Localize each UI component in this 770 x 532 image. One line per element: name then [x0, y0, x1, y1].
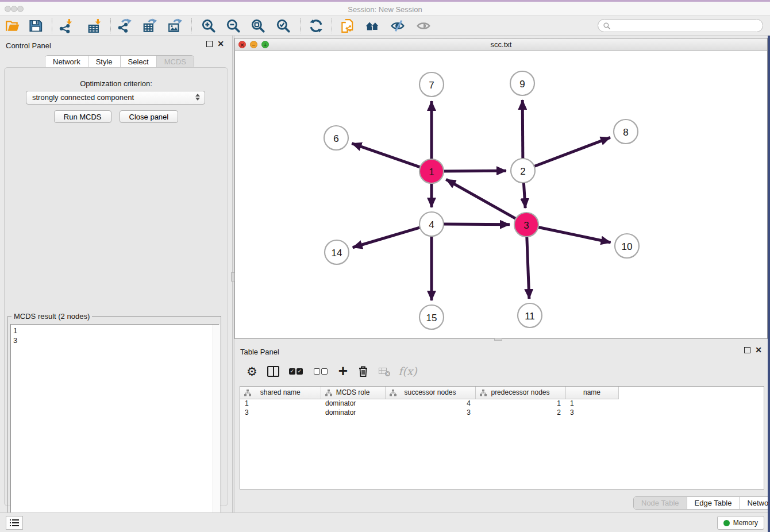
- graph-edge-1-2[interactable]: [442, 171, 506, 171]
- control-panel-float-icon[interactable]: [206, 41, 213, 47]
- graph-node-label-7: 7: [429, 80, 434, 91]
- graph-node-label-15: 15: [426, 313, 437, 323]
- apply-layout-icon[interactable]: [309, 18, 324, 33]
- toolbar-separator: [110, 18, 111, 33]
- app-titlebar: Session: New Session: [0, 2, 770, 16]
- table-options-icon[interactable]: ⚙: [247, 365, 257, 377]
- import-table-icon[interactable]: [87, 18, 102, 33]
- control-panel: Control Panel ✕ Network Style Select MCD…: [0, 36, 232, 512]
- table-panel: Table Panel ✕ ⚙ ✓✓ + ✕ f(x) shared name …: [234, 342, 768, 511]
- graph-node-label-11: 11: [525, 311, 535, 322]
- task-history-button[interactable]: [6, 516, 23, 530]
- mcds-result-title: MCDS result (2 nodes): [11, 312, 92, 321]
- app-title: Session: New Session: [0, 5, 770, 14]
- graph-node-label-8: 8: [623, 127, 628, 138]
- column-header-successor-nodes[interactable]: successor nodes: [385, 387, 475, 399]
- tab-node-table[interactable]: Node Table: [634, 497, 687, 509]
- export-table-icon[interactable]: [143, 18, 157, 33]
- zoom-fit-icon[interactable]: [251, 18, 265, 33]
- tab-mcds[interactable]: MCDS: [157, 56, 194, 68]
- table-panel-float-icon[interactable]: [744, 347, 750, 353]
- network-view-window: ✕ − + scc.txt 7968124314101511: [234, 38, 768, 339]
- memory-status-icon: [723, 520, 730, 526]
- status-bar: Memory: [0, 512, 770, 532]
- deselect-all-icon[interactable]: [314, 368, 329, 375]
- list-icon: [10, 519, 19, 527]
- graph-edge-3-10[interactable]: [537, 227, 611, 242]
- graph-edge-4-14[interactable]: [353, 227, 421, 247]
- select-all-icon[interactable]: ✓✓: [289, 368, 304, 375]
- table-panel-title: Table Panel: [240, 348, 279, 356]
- zoom-selected-icon[interactable]: [276, 18, 291, 33]
- graph-node-label-10: 10: [622, 241, 633, 252]
- tab-style[interactable]: Style: [88, 56, 121, 68]
- column-header-name[interactable]: name: [565, 387, 618, 399]
- network-window-titlebar[interactable]: ✕ − + scc.txt: [235, 38, 767, 51]
- column-type-icon: [244, 390, 251, 398]
- function-builder-icon-disabled: f(x): [398, 365, 417, 377]
- export-network-icon[interactable]: [118, 18, 133, 33]
- graph-node-label-6: 6: [333, 133, 338, 144]
- table-row[interactable]: 1 dominator 4 1 1: [240, 399, 618, 408]
- clone-network-icon[interactable]: [340, 18, 355, 33]
- import-network-icon[interactable]: [59, 18, 74, 33]
- result-scrollbar[interactable]: [213, 325, 220, 531]
- chevron-up-down-icon: [195, 94, 200, 101]
- graph-edge-1-6[interactable]: [352, 144, 421, 168]
- column-header-predecessor-nodes[interactable]: predecessor nodes: [475, 387, 565, 399]
- tab-edge-table[interactable]: Edge Table: [687, 497, 740, 509]
- control-panel-title: Control Panel: [6, 41, 51, 50]
- close-panel-button[interactable]: Close panel: [120, 110, 179, 123]
- home-icon[interactable]: [365, 18, 380, 33]
- control-panel-tabs: Network Style Select MCDS: [45, 55, 194, 68]
- network-graph[interactable]: 7968124314101511: [235, 51, 767, 338]
- dropdown-selected-value: strongly connected component: [32, 93, 134, 102]
- tab-network[interactable]: Network: [45, 56, 88, 68]
- graph-edge-3-1[interactable]: [446, 179, 517, 219]
- run-mcds-button[interactable]: Run MCDS: [54, 110, 111, 123]
- graph-node-label-4: 4: [429, 219, 434, 230]
- control-panel-close-icon[interactable]: ✕: [217, 41, 224, 47]
- hide-selected-icon[interactable]: [390, 18, 405, 33]
- column-header-shared-name[interactable]: shared name: [240, 387, 321, 399]
- memory-label: Memory: [733, 519, 758, 527]
- column-type-icon: [325, 390, 332, 398]
- tab-network-table[interactable]: Network Table: [740, 497, 770, 509]
- search-input[interactable]: [613, 22, 763, 30]
- tab-select[interactable]: Select: [121, 56, 157, 68]
- graph-node-label-14: 14: [332, 248, 342, 259]
- export-image-icon[interactable]: [168, 18, 183, 33]
- table-row[interactable]: 3 dominator 3 2 3: [240, 408, 618, 417]
- zoom-in-icon[interactable]: [201, 18, 216, 33]
- mcds-tab-panel: Optimization criterion: strongly connect…: [4, 67, 228, 506]
- table-panel-close-icon[interactable]: ✕: [755, 347, 762, 353]
- zoom-out-icon[interactable]: [226, 18, 241, 33]
- graph-node-label-3: 3: [523, 220, 529, 231]
- graph-edge-2-9[interactable]: [522, 100, 523, 160]
- network-window-title: scc.txt: [235, 40, 767, 49]
- graph-node-label-1: 1: [429, 167, 434, 178]
- graph-edge-2-8[interactable]: [533, 137, 610, 167]
- graph-edge-4-3[interactable]: [442, 224, 510, 225]
- add-column-icon[interactable]: +: [338, 365, 348, 377]
- search-field[interactable]: [598, 19, 763, 32]
- toolbar-separator: [191, 18, 192, 33]
- toolbar-separator: [300, 18, 301, 33]
- show-hidden-icon-disabled: [416, 18, 431, 33]
- column-type-icon: [390, 390, 396, 398]
- graph-node-label-9: 9: [519, 79, 525, 90]
- delete-column-icon[interactable]: [357, 365, 369, 377]
- memory-button[interactable]: Memory: [717, 516, 764, 530]
- open-session-icon[interactable]: [5, 18, 20, 33]
- graph-edge-2-3[interactable]: [523, 182, 525, 208]
- table-toolbar: ⚙ ✓✓ + ✕ f(x): [240, 359, 764, 383]
- split-panel-icon[interactable]: [267, 366, 279, 377]
- column-header-mcds-role[interactable]: MCDS role: [321, 387, 385, 399]
- horizontal-splitter-handle[interactable]: [494, 338, 502, 341]
- graph-edge-3-11[interactable]: [527, 236, 529, 299]
- save-session-icon[interactable]: [28, 18, 43, 33]
- mcds-result-group: MCDS result (2 nodes) 1 3: [7, 316, 221, 532]
- mcds-result-textarea[interactable]: 1 3: [10, 324, 219, 531]
- optimization-criterion-select[interactable]: strongly connected component: [26, 91, 205, 105]
- toolbar-separator: [332, 18, 332, 33]
